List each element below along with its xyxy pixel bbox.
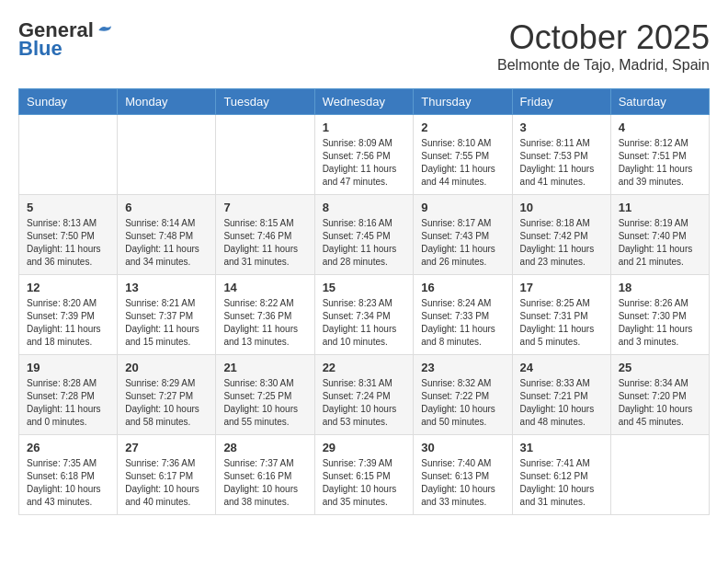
day-number: 16 — [421, 281, 504, 294]
calendar-cell: 30Sunrise: 7:40 AMSunset: 6:13 PMDayligh… — [414, 435, 512, 515]
calendar-week-row: 19Sunrise: 8:28 AMSunset: 7:28 PMDayligh… — [19, 355, 710, 435]
calendar-header-row: SundayMondayTuesdayWednesdayThursdayFrid… — [19, 89, 710, 115]
day-header-thursday: Thursday — [414, 89, 512, 115]
day-number: 29 — [323, 441, 406, 454]
day-info: Sunrise: 8:10 AMSunset: 7:55 PMDaylight:… — [421, 137, 504, 189]
day-info: Sunrise: 8:21 AMSunset: 7:37 PMDaylight:… — [125, 297, 208, 349]
calendar-cell: 10Sunrise: 8:18 AMSunset: 7:42 PMDayligh… — [512, 195, 610, 275]
calendar-week-row: 12Sunrise: 8:20 AMSunset: 7:39 PMDayligh… — [19, 275, 710, 355]
calendar-week-row: 5Sunrise: 8:13 AMSunset: 7:50 PMDaylight… — [19, 195, 710, 275]
calendar-cell: 2Sunrise: 8:10 AMSunset: 7:55 PMDaylight… — [414, 115, 512, 195]
day-info: Sunrise: 8:34 AMSunset: 7:20 PMDaylight:… — [619, 377, 701, 429]
calendar-table: SundayMondayTuesdayWednesdayThursdayFrid… — [18, 88, 710, 515]
day-info: Sunrise: 8:17 AMSunset: 7:43 PMDaylight:… — [421, 217, 504, 269]
day-number: 19 — [27, 361, 109, 374]
day-info: Sunrise: 8:16 AMSunset: 7:45 PMDaylight:… — [323, 217, 406, 269]
day-info: Sunrise: 8:32 AMSunset: 7:22 PMDaylight:… — [421, 377, 504, 429]
day-number: 20 — [125, 361, 208, 374]
calendar-cell: 8Sunrise: 8:16 AMSunset: 7:45 PMDaylight… — [314, 195, 414, 275]
calendar-week-row: 26Sunrise: 7:35 AMSunset: 6:18 PMDayligh… — [19, 435, 710, 515]
calendar-cell: 9Sunrise: 8:17 AMSunset: 7:43 PMDaylight… — [414, 195, 512, 275]
day-number: 8 — [323, 201, 406, 214]
day-header-friday: Friday — [512, 89, 610, 115]
day-number: 7 — [223, 201, 306, 214]
day-number: 9 — [421, 201, 504, 214]
day-number: 12 — [27, 281, 109, 294]
day-info: Sunrise: 7:39 AMSunset: 6:15 PMDaylight:… — [323, 457, 406, 509]
calendar-cell: 27Sunrise: 7:36 AMSunset: 6:17 PMDayligh… — [118, 435, 216, 515]
calendar-cell: 11Sunrise: 8:19 AMSunset: 7:40 PMDayligh… — [610, 195, 709, 275]
calendar-cell — [118, 115, 216, 195]
calendar-cell — [610, 435, 709, 515]
day-number: 15 — [323, 281, 406, 294]
calendar-cell: 28Sunrise: 7:37 AMSunset: 6:16 PMDayligh… — [216, 435, 314, 515]
calendar-cell: 21Sunrise: 8:30 AMSunset: 7:25 PMDayligh… — [216, 355, 314, 435]
day-info: Sunrise: 7:35 AMSunset: 6:18 PMDaylight:… — [27, 457, 109, 509]
calendar-cell: 4Sunrise: 8:12 AMSunset: 7:51 PMDaylight… — [610, 115, 709, 195]
day-info: Sunrise: 8:15 AMSunset: 7:46 PMDaylight:… — [223, 217, 306, 269]
calendar-cell: 3Sunrise: 8:11 AMSunset: 7:53 PMDaylight… — [512, 115, 610, 195]
calendar-cell: 15Sunrise: 8:23 AMSunset: 7:34 PMDayligh… — [314, 275, 414, 355]
day-number: 6 — [125, 201, 208, 214]
day-header-sunday: Sunday — [19, 89, 118, 115]
day-number: 28 — [223, 441, 306, 454]
day-info: Sunrise: 8:31 AMSunset: 7:24 PMDaylight:… — [323, 377, 406, 429]
day-info: Sunrise: 8:22 AMSunset: 7:36 PMDaylight:… — [223, 297, 306, 349]
calendar-cell: 16Sunrise: 8:24 AMSunset: 7:33 PMDayligh… — [414, 275, 512, 355]
calendar-cell: 25Sunrise: 8:34 AMSunset: 7:20 PMDayligh… — [610, 355, 709, 435]
day-number: 22 — [323, 361, 406, 374]
calendar-week-row: 1Sunrise: 8:09 AMSunset: 7:56 PMDaylight… — [19, 115, 710, 195]
day-info: Sunrise: 8:09 AMSunset: 7:56 PMDaylight:… — [323, 137, 406, 189]
day-info: Sunrise: 7:36 AMSunset: 6:17 PMDaylight:… — [125, 457, 208, 509]
calendar-cell: 5Sunrise: 8:13 AMSunset: 7:50 PMDaylight… — [19, 195, 118, 275]
day-number: 30 — [421, 441, 504, 454]
calendar-cell: 1Sunrise: 8:09 AMSunset: 7:56 PMDaylight… — [314, 115, 414, 195]
calendar-cell: 29Sunrise: 7:39 AMSunset: 6:15 PMDayligh… — [314, 435, 414, 515]
day-info: Sunrise: 8:26 AMSunset: 7:30 PMDaylight:… — [619, 297, 701, 349]
day-number: 13 — [125, 281, 208, 294]
logo: General Blue — [18, 18, 114, 61]
day-number: 26 — [27, 441, 109, 454]
calendar-cell: 19Sunrise: 8:28 AMSunset: 7:28 PMDayligh… — [19, 355, 118, 435]
day-info: Sunrise: 8:33 AMSunset: 7:21 PMDaylight:… — [520, 377, 603, 429]
location: Belmonte de Tajo, Madrid, Spain — [497, 57, 710, 74]
day-info: Sunrise: 8:30 AMSunset: 7:25 PMDaylight:… — [223, 377, 306, 429]
calendar-cell: 17Sunrise: 8:25 AMSunset: 7:31 PMDayligh… — [512, 275, 610, 355]
calendar-cell — [19, 115, 118, 195]
day-number: 24 — [520, 361, 603, 374]
day-number: 11 — [619, 201, 701, 214]
day-header-wednesday: Wednesday — [314, 89, 414, 115]
day-number: 27 — [125, 441, 208, 454]
calendar-cell: 14Sunrise: 8:22 AMSunset: 7:36 PMDayligh… — [216, 275, 314, 355]
day-info: Sunrise: 8:28 AMSunset: 7:28 PMDaylight:… — [27, 377, 109, 429]
day-number: 10 — [520, 201, 603, 214]
day-number: 23 — [421, 361, 504, 374]
calendar-cell: 18Sunrise: 8:26 AMSunset: 7:30 PMDayligh… — [610, 275, 709, 355]
day-info: Sunrise: 7:40 AMSunset: 6:13 PMDaylight:… — [421, 457, 504, 509]
calendar-cell: 20Sunrise: 8:29 AMSunset: 7:27 PMDayligh… — [118, 355, 216, 435]
day-info: Sunrise: 8:23 AMSunset: 7:34 PMDaylight:… — [323, 297, 406, 349]
day-header-monday: Monday — [118, 89, 216, 115]
calendar-cell: 23Sunrise: 8:32 AMSunset: 7:22 PMDayligh… — [414, 355, 512, 435]
logo-bird-icon — [96, 21, 114, 40]
day-number: 25 — [619, 361, 701, 374]
day-info: Sunrise: 7:37 AMSunset: 6:16 PMDaylight:… — [223, 457, 306, 509]
calendar-cell: 7Sunrise: 8:15 AMSunset: 7:46 PMDaylight… — [216, 195, 314, 275]
calendar-cell: 12Sunrise: 8:20 AMSunset: 7:39 PMDayligh… — [19, 275, 118, 355]
calendar-cell: 26Sunrise: 7:35 AMSunset: 6:18 PMDayligh… — [19, 435, 118, 515]
day-info: Sunrise: 8:11 AMSunset: 7:53 PMDaylight:… — [520, 137, 603, 189]
day-info: Sunrise: 8:18 AMSunset: 7:42 PMDaylight:… — [520, 217, 603, 269]
day-number: 1 — [323, 121, 406, 134]
page-header: General Blue October 2025 Belmonte de Ta… — [18, 18, 710, 74]
day-info: Sunrise: 8:20 AMSunset: 7:39 PMDaylight:… — [27, 297, 109, 349]
day-info: Sunrise: 8:19 AMSunset: 7:40 PMDaylight:… — [619, 217, 701, 269]
day-info: Sunrise: 8:24 AMSunset: 7:33 PMDaylight:… — [421, 297, 504, 349]
day-number: 31 — [520, 441, 603, 454]
day-number: 2 — [421, 121, 504, 134]
day-info: Sunrise: 8:12 AMSunset: 7:51 PMDaylight:… — [619, 137, 701, 189]
title-section: October 2025 Belmonte de Tajo, Madrid, S… — [497, 18, 710, 74]
day-number: 21 — [223, 361, 306, 374]
day-number: 17 — [520, 281, 603, 294]
day-header-saturday: Saturday — [610, 89, 709, 115]
day-header-tuesday: Tuesday — [216, 89, 314, 115]
